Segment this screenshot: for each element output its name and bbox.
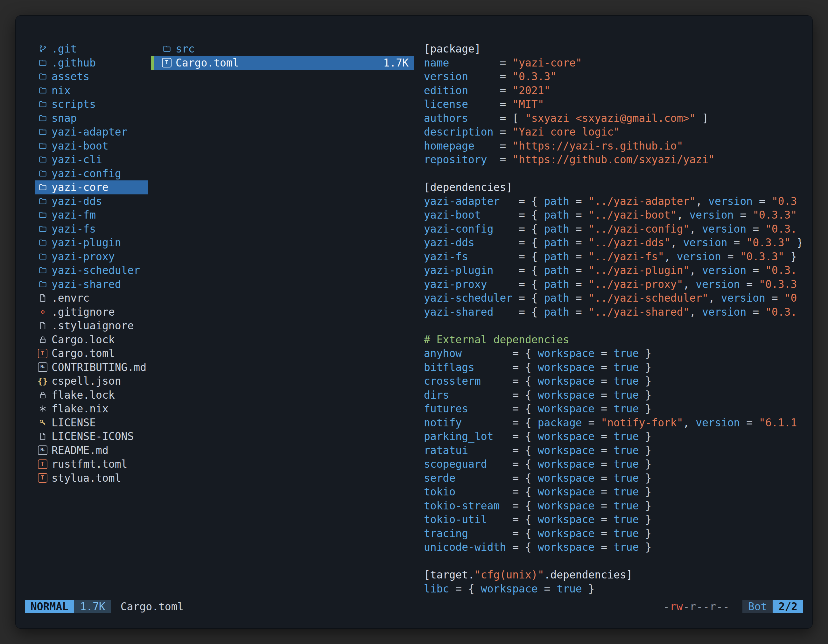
- item-label: yazi-boot: [52, 139, 108, 153]
- current-item-Cargo.toml[interactable]: TCargo.toml1.7K: [151, 56, 414, 70]
- preview-line: yazi-shared = { path = "../yazi-shared",…: [424, 305, 801, 319]
- folder-icon: [38, 155, 48, 165]
- parent-item-flake.lock[interactable]: flake.lock: [35, 388, 148, 402]
- parent-item-yazi-adapter[interactable]: yazi-adapter: [35, 125, 148, 139]
- preview-line: scopeguard = { workspace = true }: [424, 457, 801, 471]
- parent-item-LICENSE-ICONS[interactable]: LICENSE-ICONS: [35, 429, 148, 443]
- item-label: yazi-proxy: [52, 250, 115, 264]
- folder-icon: [38, 113, 48, 123]
- preview-line: yazi-dds = { path = "../yazi-dds", versi…: [424, 236, 801, 250]
- item-label: yazi-fs: [52, 222, 96, 236]
- parent-item-LICENSE[interactable]: LICENSE: [35, 416, 148, 430]
- preview-line: [target."cfg(unix)".dependencies]: [424, 568, 801, 582]
- parent-item-stylua.toml[interactable]: Tstylua.toml: [35, 471, 148, 485]
- parent-item-yazi-config[interactable]: yazi-config: [35, 167, 148, 181]
- parent-item-yazi-shared[interactable]: yazi-shared: [35, 277, 148, 291]
- parent-item-.envrc[interactable]: .envrc: [35, 291, 148, 305]
- folder-icon: [38, 265, 48, 276]
- item-label: .github: [52, 56, 96, 70]
- parent-item-.github[interactable]: .github: [35, 56, 148, 70]
- preview-line: tracing = { workspace = true }: [424, 526, 801, 541]
- toml-icon: T: [162, 58, 172, 68]
- parent-item-README.md[interactable]: M↓README.md: [35, 443, 148, 458]
- item-label: CONTRIBUTING.md: [52, 360, 146, 374]
- parent-item-yazi-boot[interactable]: yazi-boot: [35, 139, 148, 153]
- folder-icon: [38, 127, 48, 137]
- preview-line: futures = { workspace = true }: [424, 402, 801, 416]
- preview-line: yazi-boot = { path = "../yazi-boot", ver…: [424, 208, 801, 222]
- status-filename: Cargo.toml: [121, 600, 184, 613]
- parent-item-.gitignore[interactable]: .gitignore: [35, 305, 148, 319]
- yazi-terminal-window: .git.githubassetsnixscriptssnapyazi-adap…: [15, 15, 813, 629]
- preview-line: unicode-width = { workspace = true }: [424, 540, 801, 554]
- permissions-label: -rw-r--r--: [663, 600, 730, 613]
- status-bar: NORMAL 1.7K Cargo.toml -rw-r--r-- Bot 2/…: [25, 598, 803, 615]
- markdown-icon: M↓: [38, 445, 48, 455]
- preview-line: description = "Yazi core logic": [424, 125, 801, 139]
- parent-item-rustfmt.toml[interactable]: Trustfmt.toml: [35, 457, 148, 471]
- parent-item-yazi-core[interactable]: yazi-core: [35, 180, 148, 194]
- item-label: scripts: [52, 97, 96, 111]
- cursor-count-badge: 2/2: [773, 600, 803, 613]
- item-label: Cargo.lock: [52, 333, 115, 347]
- parent-item-Cargo.toml[interactable]: TCargo.toml: [35, 346, 148, 360]
- item-label: snap: [52, 111, 77, 125]
- folder-icon: [38, 279, 48, 289]
- preview-line: crossterm = { workspace = true }: [424, 374, 801, 388]
- folder-icon: [38, 251, 48, 262]
- item-label: LICENSE-ICONS: [52, 429, 134, 443]
- preview-line: version = "0.3.3": [424, 70, 801, 84]
- toml-icon: T: [38, 473, 48, 483]
- parent-item-CONTRIBUTING.md[interactable]: M↓CONTRIBUTING.md: [35, 360, 148, 374]
- item-label: yazi-adapter: [52, 125, 127, 139]
- current-item-src[interactable]: src: [151, 42, 414, 56]
- parent-item-yazi-plugin[interactable]: yazi-plugin: [35, 236, 148, 250]
- current-directory-pane: srcTCargo.toml1.7K: [151, 42, 414, 70]
- parent-item-yazi-dds[interactable]: yazi-dds: [35, 194, 148, 208]
- preview-line: homepage = "https://yazi-rs.github.io": [424, 139, 801, 153]
- item-label: yazi-dds: [52, 194, 102, 208]
- parent-item-assets[interactable]: assets: [35, 70, 148, 84]
- parent-item-yazi-fs[interactable]: yazi-fs: [35, 222, 148, 236]
- parent-item-scripts[interactable]: scripts: [35, 97, 148, 111]
- parent-item-nix[interactable]: nix: [35, 84, 148, 98]
- preview-line: repository = "https://github.com/sxyazi/…: [424, 153, 801, 167]
- item-label: .styluaignore: [52, 319, 134, 333]
- license-key-icon: [38, 417, 48, 428]
- parent-item-snap[interactable]: snap: [35, 111, 148, 125]
- item-label: .gitignore: [52, 305, 115, 319]
- item-label: .envrc: [52, 291, 89, 305]
- folder-icon: [38, 58, 48, 68]
- parent-item-.styluaignore[interactable]: .styluaignore: [35, 319, 148, 333]
- folder-icon: [38, 182, 48, 193]
- preview-line: bitflags = { workspace = true }: [424, 360, 801, 374]
- preview-line: tokio-stream = { workspace = true }: [424, 499, 801, 513]
- parent-item-yazi-proxy[interactable]: yazi-proxy: [35, 250, 148, 264]
- preview-line: parking_lot = { workspace = true }: [424, 429, 801, 443]
- parent-item-yazi-fm[interactable]: yazi-fm: [35, 208, 148, 222]
- preview-line: ratatui = { workspace = true }: [424, 443, 801, 458]
- folder-icon: [38, 141, 48, 151]
- preview-line: # External dependencies: [424, 333, 801, 347]
- parent-item-flake.nix[interactable]: flake.nix: [35, 402, 148, 416]
- preview-line: libc = { workspace = true }: [424, 582, 801, 596]
- parent-item-yazi-cli[interactable]: yazi-cli: [35, 153, 148, 167]
- parent-item-.git[interactable]: .git: [35, 42, 148, 56]
- preview-line: yazi-proxy = { path = "../yazi-proxy", v…: [424, 277, 801, 291]
- preview-line: yazi-adapter = { path = "../yazi-adapter…: [424, 194, 801, 208]
- folder-icon: [162, 44, 172, 54]
- parent-item-yazi-scheduler[interactable]: yazi-scheduler: [35, 263, 148, 277]
- preview-line: license = "MIT": [424, 97, 801, 111]
- folder-icon: [38, 224, 48, 234]
- file-size-badge: 1.7K: [74, 600, 111, 613]
- preview-line: notify = { package = "notify-fork", vers…: [424, 416, 801, 430]
- folder-icon: [38, 99, 48, 110]
- file-icon: [38, 293, 48, 303]
- parent-item-Cargo.lock[interactable]: Cargo.lock: [35, 333, 148, 347]
- preview-line: yazi-config = { path = "../yazi-config",…: [424, 222, 801, 236]
- preview-line: yazi-scheduler = { path = "../yazi-sched…: [424, 291, 801, 305]
- git-ignore-icon: [38, 307, 48, 317]
- preview-line: [424, 167, 801, 181]
- parent-item-cspell.json[interactable]: {}cspell.json: [35, 374, 148, 388]
- item-label: LICENSE: [52, 416, 96, 430]
